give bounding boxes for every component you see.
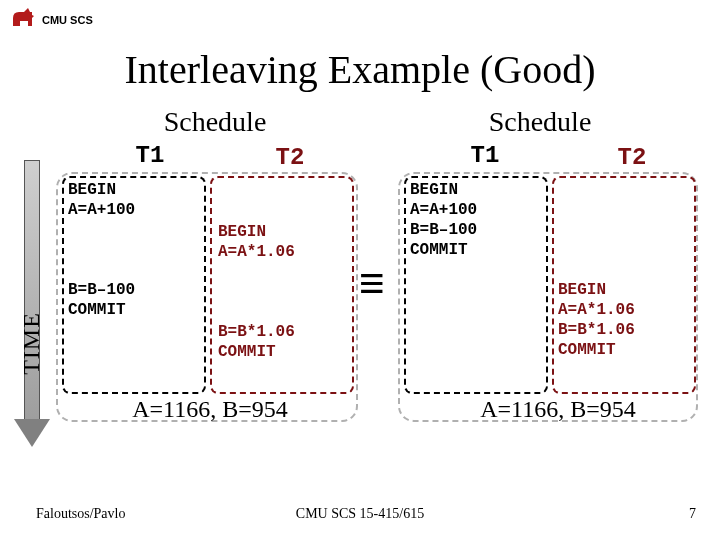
t2-block-right: BEGIN A=A*1.06 B=B*1.06 COMMIT <box>558 280 635 360</box>
schedule-label-left: Schedule <box>115 106 315 138</box>
slide-title: Interleaving Example (Good) <box>0 46 720 93</box>
t1-block-a-left: BEGIN A=A+100 <box>68 180 135 220</box>
time-label: TIME <box>18 312 45 375</box>
result-right: A=1166, B=954 <box>438 396 678 423</box>
schedule-label-right: Schedule <box>440 106 640 138</box>
t1-block-b-left: B=B–100 COMMIT <box>68 280 135 320</box>
header-org: CMU SCS <box>42 14 93 26</box>
footer-course: CMU SCS 15-415/615 <box>0 506 720 522</box>
time-arrow-head <box>14 419 50 447</box>
time-axis: TIME <box>18 160 46 450</box>
header: CMU SCS <box>10 6 93 34</box>
t1-header-right: T1 <box>425 142 545 169</box>
t2-block-a-left: BEGIN A=A*1.06 <box>218 222 295 262</box>
footer-page-number: 7 <box>689 506 696 522</box>
t2-header-right: T2 <box>572 144 692 171</box>
t1-block-right: BEGIN A=A+100 B=B–100 COMMIT <box>410 180 477 260</box>
equivalence-symbol: ≡ <box>359 258 385 308</box>
t2-header-left: T2 <box>230 144 350 171</box>
time-arrow-body <box>24 160 40 420</box>
t2-block-b-left: B=B*1.06 COMMIT <box>218 322 295 362</box>
result-left: A=1166, B=954 <box>90 396 330 423</box>
t1-header-left: T1 <box>90 142 210 169</box>
scotty-dog-icon <box>10 6 38 34</box>
